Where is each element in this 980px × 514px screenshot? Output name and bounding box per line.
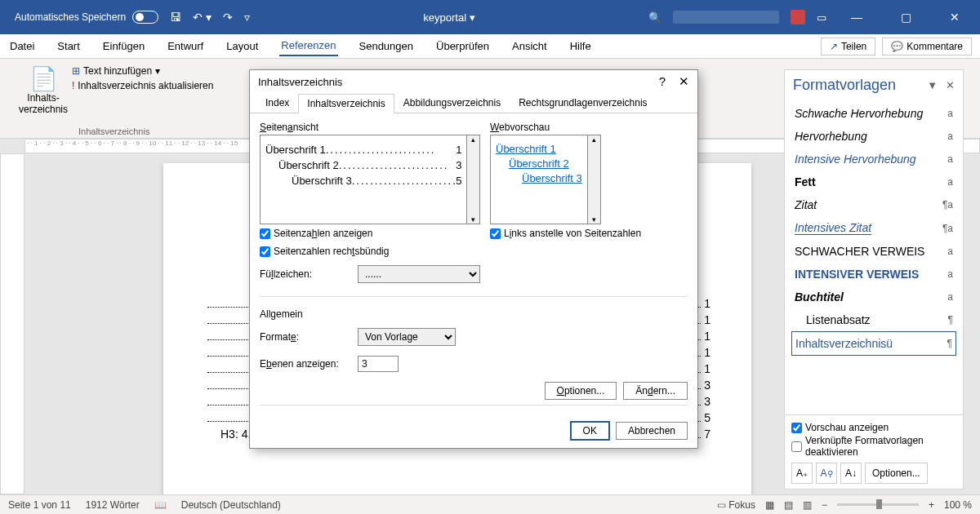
chk-links[interactable]: Links anstelle von Seitenzahlen bbox=[490, 228, 688, 239]
dialog-tabs: Index Inhaltsverzeichnis Abbildungsverze… bbox=[250, 93, 697, 113]
styles-pane-title: Formatvorlagen ▼✕ bbox=[785, 70, 963, 100]
qat-dropdown-icon[interactable]: ▿ bbox=[244, 11, 250, 24]
chk-rightalign[interactable]: Seitenzahlen rechtsbündig bbox=[260, 246, 480, 257]
status-words[interactable]: 1912 Wörter bbox=[86, 499, 140, 511]
status-bar: Seite 1 von 11 1912 Wörter 📖 Deutsch (De… bbox=[0, 494, 980, 514]
view-web-icon[interactable]: ▥ bbox=[803, 499, 812, 511]
tab-ansicht[interactable]: Ansicht bbox=[510, 37, 549, 55]
web-preview-label: Webvorschau bbox=[490, 122, 688, 133]
redo-icon[interactable]: ↷ bbox=[223, 11, 233, 24]
undo-icon[interactable]: ↶ ▾ bbox=[193, 11, 212, 24]
style-list[interactable]: Schwache HervorhebungaHervorhebungaInten… bbox=[785, 100, 963, 414]
dialog-help-icon[interactable]: ? bbox=[659, 74, 666, 89]
modify-button[interactable]: Ändern... bbox=[623, 382, 688, 400]
dialog-title-text: Inhaltsverzeichnis bbox=[258, 76, 342, 88]
styles-options-button[interactable]: Optionen... bbox=[865, 463, 928, 484]
tab-entwurf[interactable]: Entwurf bbox=[166, 37, 205, 55]
linked-checkbox[interactable]: Verknüpfte Formatvorlagen deaktivieren bbox=[791, 435, 956, 458]
style-item[interactable]: Fetta bbox=[791, 171, 956, 193]
status-language[interactable]: Deutsch (Deutschland) bbox=[181, 499, 281, 511]
manage-styles-button[interactable]: A↓ bbox=[840, 463, 862, 484]
cancel-button[interactable]: Abbrechen bbox=[616, 422, 688, 440]
vertical-ruler[interactable] bbox=[0, 153, 24, 494]
toggle-switch-icon[interactable] bbox=[132, 11, 158, 24]
chk-pagenums[interactable]: Seitenzahlen anzeigen bbox=[260, 228, 480, 239]
maximize-button[interactable]: ▢ bbox=[887, 11, 924, 24]
style-item[interactable]: SCHWACHER VERWEISa bbox=[791, 240, 956, 263]
ribbon-group-toc: 📄 Inhalts- verzeichnis ⊞Text hinzufügen … bbox=[8, 62, 220, 138]
dtab-abbildung[interactable]: Abbildungsverzeichnis bbox=[394, 93, 510, 113]
style-inspector-button[interactable]: A⚲ bbox=[816, 463, 837, 484]
style-item[interactable]: Zitat¶a bbox=[791, 193, 956, 216]
autosave-label: Automatisches Speichern bbox=[15, 11, 126, 23]
ribbon-display-icon[interactable]: ▭ bbox=[817, 11, 826, 24]
options-button[interactable]: Optionen... bbox=[545, 382, 617, 400]
style-item[interactable]: Listenabsatz¶ bbox=[791, 308, 956, 331]
dialog-close-icon[interactable]: ✕ bbox=[679, 74, 689, 89]
view-print-icon[interactable]: ▤ bbox=[784, 499, 793, 511]
tab-start[interactable]: Start bbox=[56, 37, 81, 55]
zoom-level[interactable]: 100 % bbox=[944, 499, 972, 511]
tab-referenzen[interactable]: Referenzen bbox=[279, 36, 337, 56]
levels-spinner[interactable] bbox=[358, 356, 399, 372]
title-bar: Automatisches Speichern 🖫 ↶ ▾ ↷ ▿ keypor… bbox=[0, 0, 980, 34]
minimize-button[interactable]: — bbox=[838, 11, 875, 24]
add-text-icon: ⊞ bbox=[72, 65, 80, 77]
preview-checkbox[interactable]: Vorschau anzeigen bbox=[791, 422, 956, 433]
fill-select[interactable]: ...... bbox=[358, 265, 480, 283]
print-preview-scrollbar[interactable]: ▴▾ bbox=[467, 135, 480, 224]
status-proofing-icon[interactable]: 📖 bbox=[154, 499, 167, 511]
tab-hilfe[interactable]: Hilfe bbox=[568, 37, 593, 55]
dtab-inhaltsverzeichnis[interactable]: Inhaltsverzeichnis bbox=[298, 94, 394, 113]
tab-ueberpruefen[interactable]: Überprüfen bbox=[434, 37, 491, 55]
user-avatar-icon[interactable] bbox=[791, 10, 805, 24]
ok-button[interactable]: OK bbox=[571, 422, 609, 440]
print-preview-label: Seitenansicht bbox=[260, 122, 480, 133]
new-style-button[interactable]: A₊ bbox=[791, 463, 813, 484]
style-item[interactable]: Intensive Hervorhebunga bbox=[791, 148, 956, 171]
web-preview-box: Überschrift 1Überschrift 2Überschrift 3 bbox=[490, 135, 588, 224]
ribbon-group-label: Inhaltsverzeichnis bbox=[15, 126, 213, 138]
user-account[interactable] bbox=[673, 11, 779, 24]
style-item[interactable]: Hervorhebunga bbox=[791, 125, 956, 148]
update-icon: ! bbox=[72, 80, 74, 91]
update-toc-button[interactable]: !Inhaltsverzeichnis aktualisieren bbox=[72, 80, 213, 91]
style-item[interactable]: INTENSIVER VERWEISa bbox=[791, 263, 956, 286]
style-item[interactable]: Buchtitela bbox=[791, 286, 956, 308]
status-page[interactable]: Seite 1 von 11 bbox=[8, 499, 71, 511]
tab-sendungen[interactable]: Sendungen bbox=[358, 37, 416, 55]
zoom-in-button[interactable]: + bbox=[929, 499, 934, 511]
format-label: Formate: bbox=[260, 331, 350, 343]
web-preview-scrollbar[interactable]: ▴▾ bbox=[588, 135, 601, 224]
quick-access-toolbar: 🖫 ↶ ▾ ↷ ▿ bbox=[170, 11, 250, 24]
toc-dialog: Inhaltsverzeichnis ? ✕ Index Inhaltsverz… bbox=[249, 69, 698, 449]
style-item[interactable]: Schwache Hervorhebunga bbox=[791, 102, 956, 125]
styles-pane-close-icon[interactable]: ✕ bbox=[946, 79, 955, 91]
style-item[interactable]: Intensives Zitat¶a bbox=[791, 216, 956, 240]
comments-button[interactable]: 💬Kommentare bbox=[882, 38, 972, 55]
search-icon[interactable]: 🔍 bbox=[648, 11, 662, 24]
toc-button[interactable]: 📄 Inhalts- verzeichnis bbox=[15, 62, 72, 115]
format-select[interactable]: Von Vorlage bbox=[358, 328, 456, 346]
autosave-toggle[interactable]: Automatisches Speichern bbox=[7, 11, 158, 24]
style-item[interactable]: Inhaltsverzeichnisü¶ bbox=[791, 331, 956, 356]
view-read-icon[interactable]: ▦ bbox=[765, 499, 774, 511]
tab-einfuegen[interactable]: Einfügen bbox=[101, 37, 146, 55]
tab-datei[interactable]: Datei bbox=[8, 37, 36, 55]
dtab-index[interactable]: Index bbox=[256, 93, 298, 113]
levels-label: Ebenen anzeigen: bbox=[260, 358, 350, 370]
close-button[interactable]: ✕ bbox=[936, 11, 973, 24]
tab-layout[interactable]: Layout bbox=[225, 37, 260, 55]
dtab-recht[interactable]: Rechtsgrundlagenverzeichnis bbox=[510, 93, 656, 113]
share-button[interactable]: ↗Teilen bbox=[821, 38, 875, 55]
dialog-titlebar[interactable]: Inhaltsverzeichnis ? ✕ bbox=[250, 70, 697, 93]
general-section-label: Allgemein bbox=[260, 308, 688, 320]
add-text-button[interactable]: ⊞Text hinzufügen ▾ bbox=[72, 65, 213, 77]
styles-pane-dropdown-icon[interactable]: ▼ bbox=[927, 79, 938, 91]
toc-icon: 📄 bbox=[29, 65, 58, 92]
zoom-slider[interactable] bbox=[837, 503, 919, 506]
toc-button-label: Inhalts- verzeichnis bbox=[19, 92, 68, 115]
focus-mode-button[interactable]: ▭ Fokus bbox=[717, 499, 755, 511]
zoom-out-button[interactable]: − bbox=[822, 499, 827, 511]
save-icon[interactable]: 🖫 bbox=[170, 11, 181, 24]
